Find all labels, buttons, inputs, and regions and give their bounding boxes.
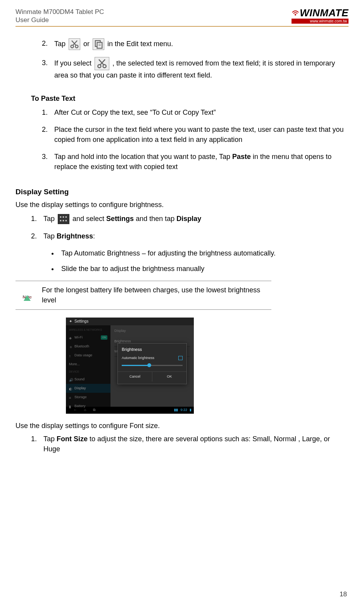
ss-brightness-dialog: Brightness Automatic brightness Cancel O… [117, 343, 187, 384]
copy-icon [93, 38, 104, 50]
ss-modal-title: Brightness [122, 347, 183, 353]
display-step-1: Tap and select Settings and then tap Dis… [39, 214, 345, 224]
step-3: If you select , the selected text is rem… [50, 57, 345, 80]
display-heading: Display Setting [16, 186, 345, 197]
font-intro: Use the display settings to configure Fo… [16, 421, 345, 431]
logo-wifi-icon [292, 8, 299, 18]
svg-rect-12 [60, 220, 62, 221]
ss-sidebar: WIRELESS & NETWORKS ◈Wi-FiON ⨳Bluetooth … [66, 325, 110, 407]
product-name: Winmate M700DM4 Tablet PC [16, 8, 104, 16]
ss-brightness-slider[interactable] [122, 365, 183, 366]
svg-rect-13 [63, 220, 64, 221]
cut-icon [69, 38, 80, 50]
ss-datausage[interactable]: ↕Data usage [66, 351, 110, 360]
step-2: Tap or in the Edit text menu. [50, 38, 345, 50]
ss-display[interactable]: ◐Display [66, 384, 110, 393]
display-step-2: Tap Brightness: Tap Automatic Brightness… [39, 231, 345, 274]
ss-storage[interactable]: ≡Storage [66, 393, 110, 402]
ss-battery[interactable]: ▮Battery [66, 402, 110, 411]
ss-sound[interactable]: 🔊Sound [66, 375, 110, 384]
display-steps: Tap and select Settings and then tap Dis… [28, 214, 345, 274]
logo-letter-w: W [300, 7, 309, 19]
brightness-bullet-manual: Slide the bar to adjust the brightness m… [58, 264, 345, 274]
note-box: Note For the longest battery life betwee… [16, 281, 271, 309]
cut-icon [95, 57, 109, 70]
note-icon: Note [22, 289, 31, 299]
ss-auto-brightness-checkbox[interactable]: Automatic brightness [122, 356, 183, 361]
ss-clock: 9:22 [180, 407, 187, 413]
ss-wifi[interactable]: ◈Wi-FiON [66, 333, 110, 342]
ss-apps[interactable]: ▦Apps [66, 411, 110, 413]
note-text: For the longest battery life between cha… [39, 281, 271, 309]
page-header: Winmate M700DM4 Tablet PC User Guide WIN… [16, 8, 348, 27]
brightness-bullet-auto: Tap Automatic Brightness – for adjusting… [58, 248, 345, 258]
logo-url: www.winmate.com.tw [292, 19, 348, 24]
svg-point-0 [295, 14, 296, 16]
ss-settings-icon: ✦ [69, 319, 72, 323]
ss-more[interactable]: More... [66, 360, 110, 369]
paste-step-3: Tap and hold into the location that you … [50, 152, 345, 172]
ss-ok-button[interactable]: OK [152, 372, 186, 382]
font-step-1: Tap Font Size to adjust the size, there … [39, 434, 345, 454]
font-steps: Tap Font Size to adjust the size, there … [28, 434, 345, 454]
svg-rect-10 [63, 216, 64, 218]
paste-step-2: Place the cursor in the text field where… [50, 124, 345, 145]
doc-type: User Guide [16, 16, 104, 24]
paste-heading: To Paste Text [31, 93, 345, 104]
ss-cancel-button[interactable]: Cancel [118, 372, 152, 382]
ss-main-panel: Display Brightness Wallpaper Brightness … [110, 325, 194, 407]
edit-text-steps-cont: Tap or in the Edit text menu. If you sel… [39, 38, 345, 80]
brand-logo: WINMATE www.winmate.com.tw [292, 8, 348, 24]
ss-bluetooth[interactable]: ⨳Bluetooth [66, 342, 110, 351]
display-intro: Use the display settings to configure br… [16, 200, 345, 210]
apps-grid-icon [58, 214, 69, 224]
settings-screenshot: ✦Settings WIRELESS & NETWORKS ◈Wi-FiON ⨳… [66, 318, 194, 414]
ss-status-icons: ▮▮ [174, 407, 178, 413]
svg-rect-9 [60, 216, 62, 218]
logo-rest: INMATE [309, 7, 348, 19]
paste-steps: After Cut or Copy the text, see “To Cut … [39, 107, 345, 172]
ss-titlebar: ✦Settings [66, 318, 194, 325]
svg-rect-11 [66, 216, 67, 218]
header-title-block: Winmate M700DM4 Tablet PC User Guide [16, 8, 104, 24]
paste-step-1: After Cut or Copy the text, see “To Cut … [50, 107, 345, 117]
ss-battery-icon: ▮ [190, 407, 191, 413]
svg-rect-14 [66, 220, 67, 221]
